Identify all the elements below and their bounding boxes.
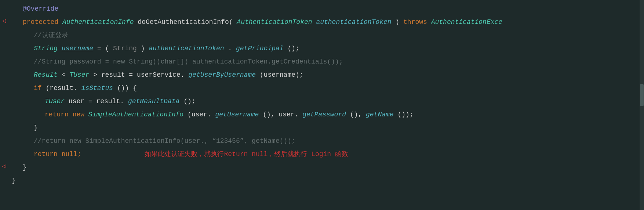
get-result-semi: (); [183,98,195,105]
code-line-14: } [0,175,644,188]
code-content-10: } [8,122,644,133]
sai-close: ()); [398,111,414,118]
angle-open: < [62,71,66,79]
semi1: (); [287,45,299,52]
sai-comma2: (), [350,111,366,118]
get-username-call: getUsername [215,111,259,118]
scrollbar-vertical[interactable] [640,0,644,210]
token-ref: authenticationToken [149,45,224,52]
dot1: . [228,45,232,52]
if-brace: ()) { [117,84,137,92]
close-class-brace: } [12,177,16,184]
code-line-7: if (result. isStatus ()) { [0,82,644,95]
code-line-11: //return new SimpleAuthenticationInfo(us… [0,135,644,148]
gutter-icon-2: ◁ [0,17,8,25]
code-line-1: @Override [0,3,644,16]
code-content-11: //return new SimpleAuthenticationInfo(us… [8,135,644,146]
cast-string: String [113,45,137,52]
if-paren: (result. [46,84,77,92]
angle-close-result: > result = userService. [93,71,184,79]
comment-password: //String password = new String((char[]) … [34,58,343,65]
param-name: authenticationToken [316,18,391,26]
call-username: (username); [260,71,303,79]
code-line-4: String username = ( String ) authenticat… [0,43,644,56]
user-var: user = result. [69,98,124,105]
code-line-12: return null; 如果此处认证失败，就执行Return null，然后就… [0,148,644,162]
code-line-2: ◁ protected AuthenticationInfo doGetAuth… [0,16,644,29]
code-line-3: //认证登录 [0,29,644,43]
tuser-decl: TUser [45,98,65,105]
breakpoint-arrow-13: ◁ [2,162,6,170]
tuser-type: TUser [69,71,89,79]
code-line-9: return new SimpleAuthenticationInfo (use… [0,109,644,122]
simple-auth-info: SimpleAuthenticationInfo [88,111,183,118]
scrollbar-thumb[interactable] [640,84,644,106]
get-password-call: getPassword [302,111,346,118]
assign: = ( [97,45,109,52]
throws-keyword: throws [403,18,431,26]
code-content-9: return new SimpleAuthenticationInfo (use… [8,109,644,120]
code-line-13: ◁ } [0,162,644,175]
code-content-14: } [8,175,644,186]
method-name: doGetAuthenticationInfo( [138,18,233,26]
comment-chinese: //认证登录 [34,32,68,39]
null-kw: null; [62,151,81,158]
close-method-brace: } [23,164,27,171]
exception-type: AuthenticationExce [431,18,502,26]
annotation-comment: 如果此处认证失败，就执行Return null，然后就执行 Login 函数 [85,151,348,158]
code-editor: @Override ◁ protected AuthenticationInfo… [0,0,644,210]
code-line-8: TUser user = result. getResultData (); [0,95,644,109]
comment-return-simple: //return new SimpleAuthenticationInfo(us… [34,137,295,145]
code-content-8: TUser user = result. getResultData (); [8,96,644,106]
code-line-10: } [0,122,644,135]
if-keyword: if [34,84,42,92]
code-content-4: String username = ( String ) authenticat… [8,43,644,54]
code-content-6: Result < TUser > result = userService. g… [8,69,644,80]
return-null-kw: return [34,151,62,158]
get-principal: getPrincipal [236,45,284,52]
is-status: isStatus [81,84,113,92]
close-if-brace: } [34,124,38,131]
code-content-13: } [8,162,644,173]
code-content-2: protected AuthenticationInfo doGetAuthen… [8,17,644,27]
cast-close: ) [141,45,149,52]
return-kw-9: return [45,111,73,118]
paren-close: ) [395,18,403,26]
get-user-by-username: getUserByUsername [188,71,256,79]
sai-comma1: (), user. [263,111,298,118]
breakpoint-arrow-2: ◁ [2,17,6,25]
code-content-7: if (result. isStatus ()) { [8,83,644,93]
return-type: AuthenticationInfo [62,18,134,26]
code-content-12: return null; 如果此处认证失败，就执行Return null，然后就… [8,149,644,159]
get-result-data: getResultData [128,98,179,105]
code-content-5: //String password = new String((char[]) … [8,56,644,67]
code-line-6: Result < TUser > result = userService. g… [0,69,644,82]
new-kw: new [73,111,88,118]
keyword-protected: protected [23,18,62,26]
code-content-3: //认证登录 [8,30,644,40]
string-type: String [34,45,58,52]
result-type: Result [34,71,58,79]
code-line-5: //String password = new String((char[]) … [0,56,644,69]
get-name-call: getName [366,111,394,118]
code-content-1: @Override [8,3,644,14]
param-type: AuthenticationToken [237,18,312,26]
annotation-override: @Override [23,5,58,12]
var-username: username [62,45,93,52]
sai-open: (user. [188,111,211,118]
gutter-icon-13: ◁ [0,162,8,170]
